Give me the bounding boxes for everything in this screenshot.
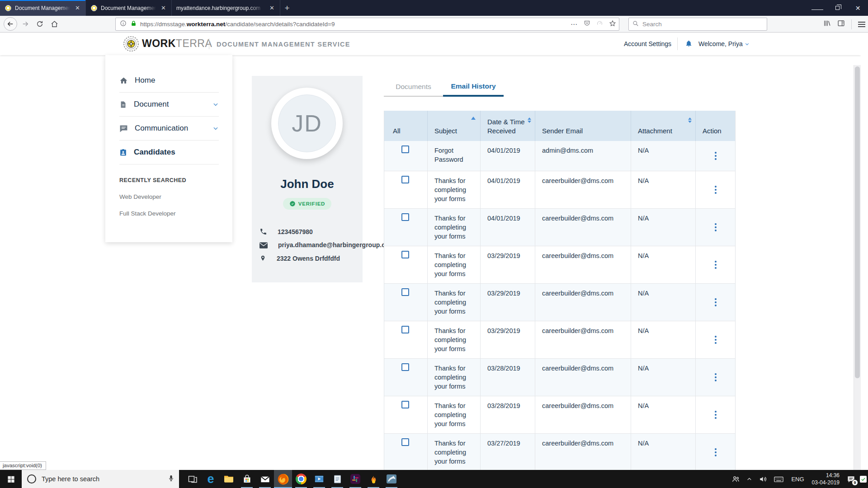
row-actions-kebab-icon[interactable] [713, 150, 718, 162]
user-menu[interactable]: Welcome, Priya [698, 40, 750, 47]
tab-close-icon[interactable]: ✕ [73, 4, 82, 12]
row-actions-kebab-icon[interactable] [713, 409, 718, 421]
row-actions-kebab-icon[interactable] [713, 221, 718, 233]
candidate-phone: 1234567980 [278, 228, 313, 235]
pocket-icon[interactable] [584, 20, 590, 28]
cell-subject: Thanks for completing your forms [428, 246, 481, 283]
page-actions-icon[interactable]: ⋯ [571, 20, 578, 28]
file-explorer-icon[interactable] [220, 470, 238, 488]
recent-search-item[interactable]: Full Stack Developer [119, 210, 219, 217]
keyboard-icon[interactable] [770, 470, 787, 488]
row-actions-kebab-icon[interactable] [713, 334, 718, 346]
home-button[interactable] [48, 18, 61, 30]
taskbar-search-box[interactable] [22, 470, 179, 488]
search-input[interactable] [642, 21, 751, 28]
browser-search-bar[interactable] [628, 18, 767, 31]
row-actions-kebab-icon[interactable] [713, 259, 718, 271]
row-actions-kebab-icon[interactable] [713, 296, 718, 308]
row-checkbox[interactable] [401, 176, 409, 183]
flame-icon[interactable] [364, 470, 382, 488]
column-header-date[interactable]: Date & Time Received [481, 111, 535, 141]
recent-search-item[interactable]: Web Developer [119, 193, 219, 200]
tab-close-icon[interactable]: ✕ [159, 4, 168, 12]
communication-icon [119, 124, 128, 133]
tab-documents[interactable]: Documents [384, 77, 443, 97]
row-actions-kebab-icon[interactable] [713, 184, 718, 196]
slack-icon[interactable] [346, 470, 364, 488]
url-text: https://dmsstage.workterra.net/candidate… [140, 21, 335, 28]
notepad-icon[interactable] [328, 470, 346, 488]
movies-tv-icon[interactable] [310, 470, 328, 488]
mail-icon[interactable] [256, 470, 274, 488]
minimize-button[interactable] [807, 0, 827, 16]
row-checkbox[interactable] [401, 401, 409, 408]
table-body: Forgot Password04/01/2019admin@dms.comN/… [384, 141, 735, 470]
library-icon[interactable] [823, 19, 831, 29]
browser-tab-2[interactable]: Document Management Servic ✕ [86, 0, 172, 16]
restore-button[interactable] [827, 0, 848, 16]
new-tab-button[interactable]: + [280, 0, 294, 16]
sidebar-item-home[interactable]: Home [119, 69, 219, 93]
row-checkbox[interactable] [401, 251, 409, 258]
column-header-attachment[interactable]: Attachment [631, 111, 696, 141]
forward-button[interactable] [19, 18, 32, 30]
cell-subject: Thanks for completing your forms [428, 209, 481, 246]
browser-tab-3[interactable]: myattendance.harbingergroup.com ✕ [172, 0, 280, 16]
cell-sender: careerbuilder@dms.com [535, 359, 631, 396]
people-icon[interactable] [728, 470, 743, 488]
tab-close-icon[interactable]: ✕ [268, 4, 276, 12]
sidebars-icon[interactable] [837, 19, 845, 29]
start-button[interactable] [0, 470, 22, 488]
site-info-icon[interactable] [120, 20, 127, 28]
cell-date: 03/28/2019 [481, 359, 535, 396]
url-bar[interactable]: https://dmsstage.workterra.net/candidate… [115, 18, 619, 31]
close-button[interactable]: ✕ [848, 0, 868, 16]
microphone-icon[interactable] [168, 475, 175, 483]
browser-tab-1[interactable]: Document Management Servic ✕ [0, 0, 86, 16]
cell-date: 04/01/2019 [481, 209, 535, 246]
volume-icon[interactable] [755, 470, 770, 488]
notifications-bell-icon[interactable] [685, 39, 693, 49]
lock-icon[interactable] [131, 20, 137, 28]
row-actions-kebab-icon[interactable] [713, 371, 718, 383]
language-indicator[interactable]: ENG [787, 476, 808, 483]
page-scrollbar[interactable] [854, 65, 861, 470]
sidebar-item-document[interactable]: Document [119, 93, 219, 117]
row-checkbox[interactable] [401, 213, 409, 221]
scrollbar-thumb[interactable] [855, 66, 860, 378]
row-checkbox[interactable] [401, 326, 409, 333]
taskbar-search-input[interactable] [42, 475, 155, 483]
mysql-workbench-icon[interactable] [382, 470, 401, 488]
sidebar-item-communication[interactable]: Communication [119, 117, 219, 141]
bookmark-star-icon[interactable] [609, 20, 616, 29]
back-button[interactable] [4, 17, 17, 31]
status-bar-link-preview: javascript:void(0) [0, 461, 46, 470]
performance-icon[interactable] [596, 20, 603, 28]
row-checkbox[interactable] [401, 145, 409, 153]
sidebar-item-candidates[interactable]: Candidates [119, 141, 219, 164]
row-checkbox[interactable] [401, 288, 409, 296]
show-hidden-icons-caret[interactable] [743, 470, 755, 488]
column-header-subject[interactable]: Subject [428, 111, 481, 141]
reload-button[interactable] [33, 18, 46, 30]
cell-date: 04/01/2019 [481, 171, 535, 208]
sort-icon [528, 117, 531, 123]
row-checkbox[interactable] [401, 438, 409, 446]
window-controls: ✕ [807, 0, 868, 16]
status-check-icon [860, 476, 867, 483]
row-checkbox[interactable] [401, 363, 409, 371]
candidate-name: John Doe [252, 177, 363, 191]
action-center-icon[interactable]: 9 [843, 470, 860, 488]
chrome-icon[interactable] [292, 470, 310, 488]
task-view-icon[interactable] [184, 470, 202, 488]
clock[interactable]: 14:36 03-04-2019 [808, 472, 843, 486]
firefox-icon[interactable] [274, 470, 292, 488]
browser-toolbar: https://dmsstage.workterra.net/candidate… [0, 16, 868, 33]
menu-icon[interactable] [858, 20, 865, 28]
store-icon[interactable] [238, 470, 256, 488]
tab-title: myattendance.harbingergroup.com [176, 5, 264, 11]
row-actions-kebab-icon[interactable] [713, 446, 718, 458]
tab-email-history[interactable]: Email History [443, 77, 504, 97]
account-settings-link[interactable]: Account Settings [624, 40, 671, 47]
edge-icon[interactable]: e [202, 470, 220, 488]
